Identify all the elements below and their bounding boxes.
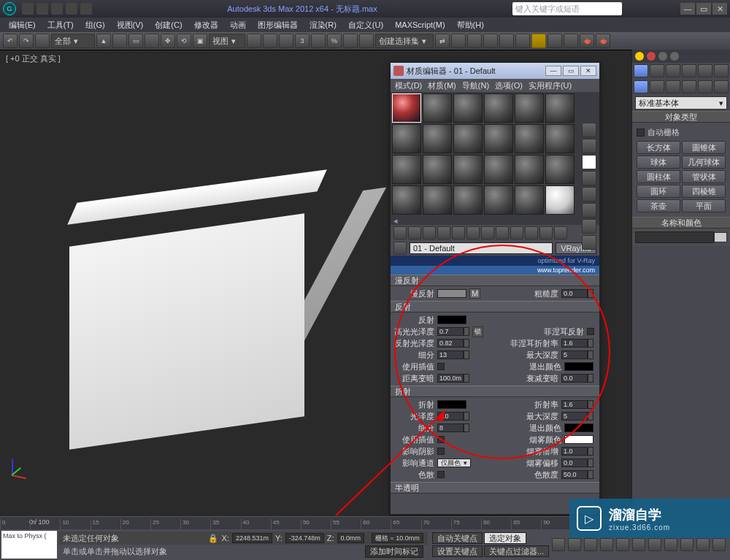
rollout-diffuse[interactable]: 漫反射 — [391, 275, 599, 286]
modify-tab-icon[interactable] — [650, 64, 664, 77]
fresnel-ior-spinner[interactable]: 1.6 — [561, 339, 588, 348]
menu-modifiers[interactable]: 修改器 — [190, 20, 223, 31]
assign-to-sel-icon[interactable] — [423, 226, 436, 239]
refract-color-swatch[interactable] — [437, 400, 466, 409]
select-icon[interactable]: ▲ — [96, 34, 111, 48]
put-to-lib-icon[interactable] — [481, 226, 494, 239]
me-maximize-button[interactable]: ▭ — [563, 66, 579, 76]
coord-z[interactable]: 0.0mm — [337, 533, 365, 543]
material-slot[interactable] — [484, 185, 513, 215]
material-slot[interactable] — [392, 93, 421, 123]
reflect-gloss-spinner[interactable]: 0.82 — [437, 339, 464, 348]
roughness-spinner[interactable]: 0.0 — [561, 289, 588, 298]
scale-icon[interactable]: ▣ — [193, 34, 207, 48]
dim-dist-spinner[interactable]: 100.0m — [437, 374, 464, 383]
keymode-icon[interactable] — [279, 34, 293, 48]
diffuse-color-swatch[interactable] — [437, 289, 466, 298]
window-crossing-icon[interactable] — [145, 34, 159, 48]
percent-snap-icon[interactable]: % — [327, 34, 342, 48]
material-slot[interactable] — [392, 124, 421, 153]
material-slot[interactable] — [453, 185, 483, 215]
material-slot[interactable] — [515, 93, 544, 123]
make-preview-icon[interactable] — [582, 203, 596, 218]
refl-exit-swatch[interactable] — [564, 362, 593, 371]
lock-selection-icon[interactable]: 🔒 — [208, 534, 218, 543]
dispersion-checkbox[interactable] — [437, 471, 445, 478]
make-copy-icon[interactable] — [452, 226, 465, 239]
angle-snap-icon[interactable] — [311, 34, 326, 48]
highlight-gloss-spinner[interactable]: 0.7 — [437, 327, 464, 336]
refl-subdiv-spinner[interactable]: 13 — [437, 350, 464, 359]
affect-channels-dropdown[interactable]: 仅颜色 — [437, 459, 471, 467]
prev-frame-icon[interactable] — [568, 538, 581, 551]
rollout-name-color[interactable]: 名称和颜色 — [632, 217, 730, 229]
pick-material-icon[interactable] — [393, 242, 407, 255]
me-minimize-button[interactable]: — — [545, 66, 561, 76]
snap-icon[interactable]: 3 — [295, 34, 310, 48]
helpers-icon[interactable] — [698, 80, 712, 93]
select-region-icon[interactable]: ▭ — [128, 34, 143, 48]
diffuse-map-button[interactable]: M — [469, 288, 480, 299]
display-tab-icon[interactable] — [698, 64, 712, 77]
me-close-button[interactable]: ✕ — [580, 66, 596, 76]
align-icon[interactable] — [451, 34, 466, 48]
key-filter-button[interactable]: 关键点过滤器... — [484, 545, 549, 557]
object-color-swatch[interactable] — [714, 232, 727, 242]
go-parent-icon[interactable] — [539, 226, 553, 239]
utilities-tab-icon[interactable] — [714, 64, 729, 77]
goto-end-icon[interactable] — [616, 538, 629, 551]
refr-maxdepth-spinner[interactable]: 5 — [561, 412, 588, 421]
rollout-refract[interactable]: 折射 — [391, 386, 599, 397]
dim-fall-spinner[interactable]: 0.0 — [561, 374, 588, 383]
link-icon[interactable] — [35, 34, 50, 48]
abbe-spinner[interactable]: 50.0 — [561, 470, 588, 479]
timeline[interactable]: 0 / 100 05101520253035404550556065707580… — [0, 516, 631, 529]
fog-mult-spinner[interactable]: 1.0 — [561, 447, 588, 456]
qat-icon[interactable] — [66, 3, 77, 15]
material-slot[interactable] — [423, 185, 452, 215]
named-selset-dropdown[interactable]: 创建选择集 — [375, 34, 434, 48]
autogrid-checkbox[interactable]: 自动栅格 — [635, 126, 727, 139]
me-menu-options[interactable]: 选项(O) — [495, 80, 523, 91]
material-slot[interactable] — [484, 155, 513, 184]
material-name-input[interactable]: 01 - Default — [410, 242, 553, 254]
ior-spinner[interactable]: 1.6 — [561, 400, 588, 409]
material-slot[interactable] — [423, 93, 452, 123]
prim-sphere-button[interactable]: 球体 — [637, 156, 680, 169]
selection-filter-dropdown[interactable]: 全部 — [51, 34, 95, 48]
menu-tools[interactable]: 工具(T) — [43, 20, 78, 31]
render-icon[interactable]: 🫖 — [580, 34, 594, 48]
play-icon[interactable] — [584, 538, 597, 551]
maximize-button[interactable]: ▭ — [696, 3, 711, 15]
material-slot[interactable] — [453, 124, 483, 153]
material-editor-icon[interactable] — [531, 34, 546, 48]
material-editor-titlebar[interactable]: 材质编辑器 - 01 - Default — ▭ ✕ — [391, 63, 599, 79]
material-slot[interactable] — [484, 124, 513, 153]
refr-subdiv-spinner[interactable]: 8 — [437, 423, 464, 432]
spinner-snap-icon[interactable] — [343, 34, 358, 48]
refr-interp-checkbox[interactable] — [437, 436, 445, 443]
autokey-button[interactable]: 自动关键点 — [432, 532, 483, 544]
material-slot[interactable] — [545, 124, 575, 153]
material-slot[interactable] — [515, 124, 544, 153]
move-icon[interactable]: ✥ — [161, 34, 175, 48]
menu-edit[interactable]: 编辑(E) — [4, 20, 40, 31]
menu-customize[interactable]: 自定义(U) — [344, 20, 388, 31]
lock-button[interactable]: 锁 — [472, 326, 483, 337]
coord-y[interactable]: -324.748m — [285, 533, 324, 543]
spacewarps-icon[interactable] — [714, 80, 729, 93]
options-icon[interactable] — [582, 219, 596, 234]
qat-icon[interactable] — [51, 3, 63, 15]
pivot-icon[interactable] — [247, 34, 261, 48]
refr-exit-swatch[interactable] — [564, 423, 593, 432]
reset-map-icon[interactable] — [437, 226, 450, 239]
rollout-translucency[interactable]: 半透明 — [391, 482, 599, 494]
object-name-input[interactable] — [635, 231, 714, 243]
prim-box-button[interactable]: 长方体 — [637, 141, 680, 154]
background-icon[interactable] — [582, 155, 596, 169]
get-material-icon[interactable] — [393, 226, 407, 239]
material-slot[interactable] — [545, 155, 575, 184]
create-tab-icon[interactable] — [634, 64, 648, 77]
menu-views[interactable]: 视图(V) — [112, 20, 148, 31]
material-slot[interactable] — [515, 185, 544, 215]
